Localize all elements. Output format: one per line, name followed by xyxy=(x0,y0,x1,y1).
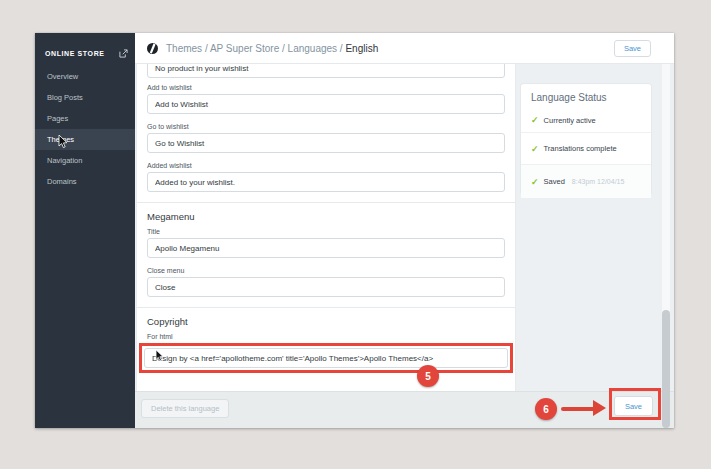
no-product-wishlist-field[interactable] xyxy=(147,63,505,78)
sidebar-item-overview[interactable]: Overview xyxy=(35,66,135,87)
saved-label: Saved xyxy=(544,177,565,186)
sidebar-item-navigation[interactable]: Navigation xyxy=(35,150,135,171)
topbar: Themes / AP Super Store / Languages / En… xyxy=(135,33,674,64)
breadcrumb-languages[interactable]: Languages xyxy=(288,43,338,54)
sidebar-header: ONLINE STORE xyxy=(45,44,128,62)
check-icon: ✓ xyxy=(531,177,539,187)
status-text: Currently active xyxy=(544,116,596,125)
breadcrumb-themes[interactable]: Themes xyxy=(166,43,202,54)
breadcrumb-separator: / xyxy=(202,43,210,54)
save-button-top[interactable]: Save xyxy=(614,40,651,57)
field-label: Go to wishlist xyxy=(147,123,505,130)
close-menu-field[interactable] xyxy=(147,277,505,297)
admin-window: ONLINE STORE Overview Blog Posts Pages T… xyxy=(35,33,674,428)
annotation-step-6-badge: 6 xyxy=(535,398,557,420)
annotation-arrow-head xyxy=(593,400,606,416)
annotation-step-5-badge: 5 xyxy=(417,365,439,387)
breadcrumb-store[interactable]: AP Super Store xyxy=(210,43,279,54)
annotation-highlight-rect-input xyxy=(139,343,513,373)
check-icon: ✓ xyxy=(531,144,539,154)
sidebar-item-pages[interactable]: Pages xyxy=(35,108,135,129)
status-row-currently-active: ✓ Currently active xyxy=(521,108,651,132)
breadcrumb: Themes / AP Super Store / Languages / En… xyxy=(166,43,378,54)
added-wishlist-field[interactable] xyxy=(147,172,505,192)
external-link-icon[interactable] xyxy=(119,44,128,62)
sidebar-item-themes[interactable]: Themes xyxy=(35,129,135,150)
page-background: ONLINE STORE Overview Blog Posts Pages T… xyxy=(0,0,711,469)
sidebar-item-domains[interactable]: Domains xyxy=(35,171,135,192)
annotation-arrow xyxy=(561,407,595,411)
sidebar-title: ONLINE STORE xyxy=(45,50,105,57)
status-row-saved: ✓ Saved 8:43pm 12/04/15 xyxy=(521,164,651,198)
go-to-wishlist-field[interactable] xyxy=(147,133,505,153)
field-label: For html xyxy=(147,333,505,340)
sidebar-menu: Overview Blog Posts Pages Themes Navigat… xyxy=(35,66,135,192)
megamenu-title-field[interactable] xyxy=(147,238,505,258)
section-divider xyxy=(137,202,515,203)
copyright-html-field[interactable] xyxy=(144,348,508,368)
delete-language-button[interactable]: Delete this language xyxy=(141,399,229,418)
field-label: Close menu xyxy=(147,267,505,274)
copyright-section-heading: Copyright xyxy=(147,316,505,327)
status-text: Translations complete xyxy=(544,144,617,153)
language-status-card: Language Status ✓ Currently active ✓ Tra… xyxy=(521,84,651,194)
megamenu-section-heading: Megamenu xyxy=(147,211,505,222)
mouse-cursor-icon xyxy=(58,135,68,149)
mouse-cursor-icon xyxy=(155,350,164,362)
sidebar-item-blog-posts[interactable]: Blog Posts xyxy=(35,87,135,108)
check-icon: ✓ xyxy=(531,115,539,125)
section-divider xyxy=(137,307,515,308)
field-label: Added wishlist xyxy=(147,162,505,169)
translations-form-panel: Add to wishlist Go to wishlist Added wis… xyxy=(137,63,515,392)
field-label: Title xyxy=(147,228,505,235)
field-label: Add to wishlist xyxy=(147,84,505,91)
sidebar: ONLINE STORE Overview Blog Posts Pages T… xyxy=(35,33,135,428)
scrollbar-thumb[interactable] xyxy=(662,310,670,428)
status-row-translations-complete: ✓ Translations complete xyxy=(521,132,651,164)
breadcrumb-current: English xyxy=(345,43,378,54)
breadcrumb-separator: / xyxy=(279,43,287,54)
add-to-wishlist-field[interactable] xyxy=(147,94,505,114)
annotation-highlight-rect-save xyxy=(609,388,661,420)
apollo-logo-icon xyxy=(147,43,158,54)
saved-timestamp: 8:43pm 12/04/15 xyxy=(572,178,625,185)
